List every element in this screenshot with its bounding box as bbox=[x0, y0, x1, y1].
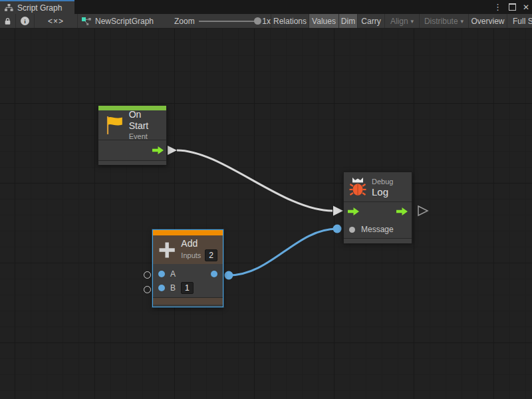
values-label: Values bbox=[312, 17, 336, 26]
carry-label: Carry bbox=[361, 17, 380, 26]
node-footer bbox=[98, 161, 166, 165]
overview-button[interactable]: Overview bbox=[469, 14, 507, 28]
flow-wire-target-arrow bbox=[333, 206, 343, 216]
node-on-start[interactable]: On Start Event bbox=[98, 105, 167, 165]
graph-canvas[interactable]: On Start Event bbox=[0, 29, 532, 399]
graph-asset[interactable]: NewScriptGraph bbox=[78, 14, 174, 28]
tab-script-graph[interactable]: Script Graph bbox=[0, 0, 74, 14]
message-port-label: Message bbox=[361, 225, 394, 234]
fullscreen-button[interactable]: Full S bbox=[507, 14, 532, 28]
maximize-icon[interactable] bbox=[509, 3, 516, 11]
info-icon: i bbox=[21, 17, 29, 25]
port-b-label: B bbox=[170, 283, 176, 293]
graph-toolbar: i <×> NewScriptGraph Zoom 1x Relations V… bbox=[0, 14, 532, 29]
close-icon[interactable]: ✕ bbox=[523, 3, 529, 12]
value-wire-source-dot bbox=[225, 271, 233, 280]
lock-icon bbox=[4, 17, 11, 25]
dim-label: Dim bbox=[341, 17, 355, 26]
value-wire[interactable] bbox=[229, 229, 337, 275]
bug-icon bbox=[349, 177, 366, 197]
value-input-stub-icon[interactable] bbox=[144, 271, 151, 279]
port-row-a: A bbox=[153, 267, 223, 281]
flag-icon bbox=[104, 114, 124, 136]
values-button[interactable]: Values bbox=[309, 14, 339, 28]
distribute-button[interactable]: Distribute ▾ bbox=[420, 14, 469, 28]
plus-icon bbox=[158, 240, 176, 260]
graph-hierarchy-icon bbox=[5, 4, 13, 11]
flow-output-port[interactable] bbox=[396, 207, 408, 215]
zoom-control: Zoom 1x bbox=[174, 14, 271, 28]
zoom-slider[interactable] bbox=[199, 21, 259, 22]
inputs-count-field[interactable]: 2 bbox=[205, 249, 217, 261]
distribute-label: Distribute bbox=[424, 17, 458, 26]
value-input-port-a[interactable] bbox=[158, 271, 165, 277]
node-footer bbox=[344, 239, 412, 243]
port-row-b: B 1 bbox=[153, 281, 223, 295]
node-title: On Start bbox=[129, 109, 161, 132]
chevron-down-icon: ▾ bbox=[411, 18, 414, 25]
node-surtitle: Debug bbox=[372, 177, 393, 186]
lock-button[interactable] bbox=[0, 14, 16, 28]
flow-arrow-icon bbox=[152, 146, 164, 154]
overview-label: Overview bbox=[471, 17, 505, 26]
node-subtitle: Inputs bbox=[181, 251, 201, 260]
unity-visual-scripting-window: Script Graph ⋮ ✕ i <×> bbox=[0, 0, 532, 399]
info-button[interactable]: i bbox=[16, 14, 35, 28]
window-controls: ⋮ ✕ bbox=[493, 0, 529, 14]
edit-script-button[interactable]: <×> bbox=[35, 14, 78, 28]
value-output-port[interactable] bbox=[211, 271, 217, 277]
node-subtitle: Event bbox=[129, 132, 161, 141]
node-debug-log[interactable]: Debug Log Message bbox=[343, 172, 412, 243]
message-input-port[interactable] bbox=[349, 227, 355, 233]
node-footer bbox=[153, 298, 223, 305]
relations-label: Relations bbox=[273, 17, 307, 26]
port-b-value-field[interactable]: 1 bbox=[181, 282, 194, 294]
value-input-port-b[interactable] bbox=[158, 285, 165, 291]
zoom-label: Zoom bbox=[174, 17, 195, 26]
chevron-down-icon: ▾ bbox=[461, 18, 464, 25]
flow-wire-source-arrow bbox=[168, 146, 177, 155]
node-title: Log bbox=[372, 186, 393, 198]
dim-button[interactable]: Dim bbox=[339, 14, 358, 28]
value-wire-target-dot bbox=[333, 225, 342, 233]
align-button[interactable]: Align ▾ bbox=[385, 14, 420, 28]
graph-name: NewScriptGraph bbox=[95, 17, 154, 26]
node-title: Add bbox=[181, 238, 217, 249]
script-graph-asset-icon bbox=[82, 17, 91, 25]
zoom-slider-handle[interactable] bbox=[254, 17, 261, 25]
tab-label: Script Graph bbox=[17, 3, 62, 13]
fullscreen-label: Full S bbox=[513, 17, 532, 26]
wire-layer bbox=[0, 29, 532, 399]
code-icon: <×> bbox=[48, 17, 64, 26]
math-accent-strip bbox=[153, 230, 223, 235]
flow-wire[interactable] bbox=[177, 150, 332, 211]
value-input-stub-icon[interactable] bbox=[144, 286, 151, 293]
zoom-value: 1x bbox=[262, 17, 271, 26]
node-add[interactable]: Add Inputs 2 A B 1 bbox=[152, 229, 223, 307]
flow-arrow-icon bbox=[396, 207, 408, 215]
carry-button[interactable]: Carry bbox=[358, 14, 385, 28]
window-menu-icon[interactable]: ⋮ bbox=[493, 0, 502, 14]
align-label: Align bbox=[390, 17, 408, 26]
relations-button[interactable]: Relations bbox=[271, 14, 309, 28]
flow-arrow-icon bbox=[348, 207, 359, 215]
title-bar: Script Graph ⋮ ✕ bbox=[0, 0, 532, 14]
flow-input-port[interactable] bbox=[348, 207, 359, 215]
port-a-label: A bbox=[170, 269, 176, 279]
flow-output-stub-icon[interactable] bbox=[418, 206, 428, 215]
flow-output-port[interactable] bbox=[152, 146, 164, 154]
